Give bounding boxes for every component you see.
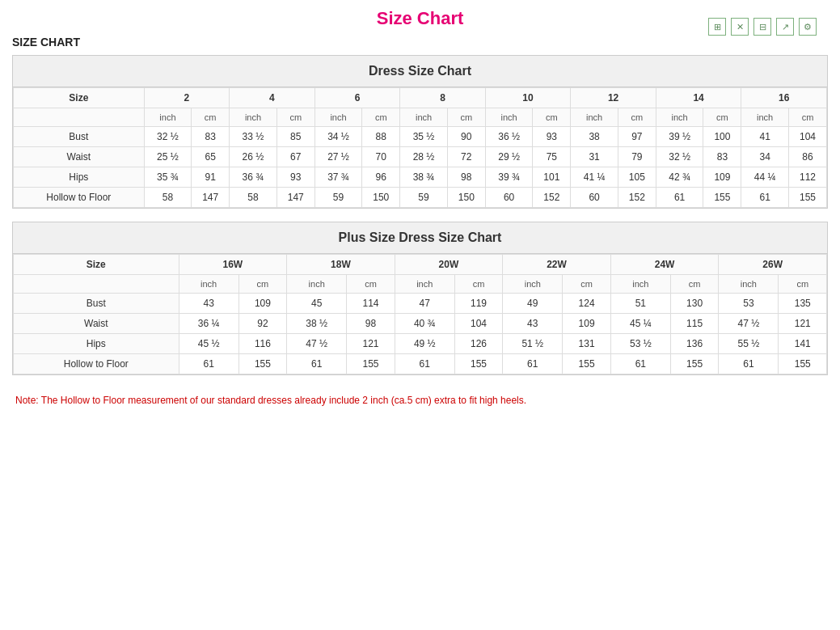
cell-inch: 43 xyxy=(503,314,563,334)
cell-inch: 61 xyxy=(741,188,789,208)
toolbar-icons: ⊞ ✕ ⊟ ↗ ⚙ xyxy=(708,18,817,36)
plus-chart-title: Plus Size Dress Size Chart xyxy=(13,222,827,254)
cell-cm: 90 xyxy=(447,127,485,147)
plus-chart-table: Size 16W 18W 20W 22W 24W 26W inchcm inch… xyxy=(13,254,827,374)
cell-inch: 34 ½ xyxy=(314,127,362,147)
cell-inch: 43 xyxy=(179,294,238,314)
cell-inch: 38 ¾ xyxy=(400,167,448,188)
cell-cm: 126 xyxy=(454,334,502,354)
cell-inch: 60 xyxy=(485,188,533,208)
cell-cm: 93 xyxy=(533,127,571,147)
cell-inch: 39 ½ xyxy=(656,127,703,147)
row-label: Hips xyxy=(14,167,145,188)
cell-inch: 61 xyxy=(287,354,347,374)
cell-cm: 155 xyxy=(454,354,502,374)
cell-cm: 119 xyxy=(454,294,502,314)
row-label: Hips xyxy=(14,334,179,354)
cell-cm: 83 xyxy=(192,127,230,147)
dress-size-12: 12 xyxy=(571,88,656,108)
cell-inch: 51 ½ xyxy=(503,334,563,354)
cell-cm: 152 xyxy=(618,188,656,208)
dress-chart-table: Size 2 4 6 8 10 12 14 16 inchcm inchcm i… xyxy=(13,87,827,208)
cell-cm: 121 xyxy=(779,314,827,334)
table-row: Hollow to Floor5814758147591505915060152… xyxy=(14,188,827,208)
cell-inch: 51 xyxy=(610,294,670,314)
cell-cm: 100 xyxy=(703,127,741,147)
cell-inch: 41 ¼ xyxy=(571,167,618,188)
toolbar-icon-grid[interactable]: ⊞ xyxy=(708,18,726,36)
cell-inch: 49 ½ xyxy=(395,334,454,354)
cell-cm: 97 xyxy=(618,127,656,147)
cell-cm: 150 xyxy=(447,188,485,208)
cell-cm: 141 xyxy=(779,334,827,354)
cell-inch: 47 ½ xyxy=(719,314,779,334)
cell-cm: 155 xyxy=(670,354,718,374)
plus-unit-row: inchcm inchcm inchcm inchcm inchcm inchc… xyxy=(14,275,827,294)
cell-cm: 112 xyxy=(788,167,826,188)
toolbar-icon-settings[interactable]: ⚙ xyxy=(799,18,817,36)
table-row: Waist25 ½6526 ½6727 ½7028 ½7229 ½7531793… xyxy=(14,147,827,167)
cell-cm: 155 xyxy=(779,354,827,374)
cell-cm: 88 xyxy=(362,127,400,147)
cell-inch: 61 xyxy=(503,354,563,374)
cell-inch: 59 xyxy=(314,188,362,208)
cell-inch: 45 xyxy=(287,294,347,314)
cell-inch: 40 ¾ xyxy=(395,314,454,334)
table-row: Waist36 ¼9238 ½9840 ¾1044310945 ¼11547 ½… xyxy=(14,314,827,334)
cell-inch: 38 ½ xyxy=(287,314,347,334)
cell-inch: 47 ½ xyxy=(287,334,347,354)
cell-inch: 42 ¾ xyxy=(656,167,703,188)
cell-cm: 155 xyxy=(563,354,610,374)
note: Note: The Hollow to Floor measurement of… xyxy=(12,388,828,409)
cell-inch: 39 ¾ xyxy=(485,167,533,188)
cell-inch: 35 ¾ xyxy=(144,167,192,188)
cell-inch: 44 ¼ xyxy=(741,167,789,188)
cell-cm: 130 xyxy=(670,294,718,314)
cell-cm: 147 xyxy=(276,188,314,208)
cell-inch: 59 xyxy=(400,188,448,208)
cell-cm: 109 xyxy=(238,294,286,314)
toolbar-icon-minimize[interactable]: ⊟ xyxy=(753,18,771,36)
cell-cm: 147 xyxy=(192,188,230,208)
cell-inch: 49 xyxy=(503,294,563,314)
plus-size-24w: 24W xyxy=(610,255,719,275)
dress-chart-title: Dress Size Chart xyxy=(13,56,827,87)
toolbar-icon-share[interactable]: ↗ xyxy=(776,18,794,36)
cell-cm: 91 xyxy=(192,167,230,188)
toolbar-icon-close[interactable]: ✕ xyxy=(731,18,749,36)
cell-inch: 36 ¾ xyxy=(230,167,277,188)
cell-cm: 101 xyxy=(533,167,571,188)
dress-size-14: 14 xyxy=(656,88,741,108)
cell-inch: 28 ½ xyxy=(400,147,448,167)
table-row: Bust431094511447119491245113053135 xyxy=(14,294,827,314)
cell-cm: 92 xyxy=(238,314,286,334)
cell-cm: 67 xyxy=(276,147,314,167)
cell-inch: 33 ½ xyxy=(230,127,277,147)
page-title: Size Chart xyxy=(12,8,828,29)
row-label: Bust xyxy=(14,127,145,147)
cell-inch: 36 ¼ xyxy=(179,314,238,334)
plus-size-16w: 16W xyxy=(179,255,287,275)
cell-inch: 35 ½ xyxy=(400,127,448,147)
dress-size-8: 8 xyxy=(400,88,486,108)
cell-inch: 45 ¼ xyxy=(610,314,670,334)
cell-inch: 53 ½ xyxy=(610,334,670,354)
cell-cm: 93 xyxy=(276,167,314,188)
dress-unit-row: inchcm inchcm inchcm inchcm inchcm inchc… xyxy=(14,108,827,127)
cell-inch: 61 xyxy=(719,354,779,374)
cell-cm: 131 xyxy=(563,334,610,354)
plus-size-row: Size 16W 18W 20W 22W 24W 26W xyxy=(14,255,827,275)
cell-cm: 155 xyxy=(238,354,286,374)
dress-size-6: 6 xyxy=(314,88,400,108)
cell-inch: 61 xyxy=(656,188,703,208)
cell-inch: 58 xyxy=(230,188,277,208)
cell-inch: 61 xyxy=(395,354,454,374)
cell-cm: 79 xyxy=(618,147,656,167)
cell-cm: 86 xyxy=(788,147,826,167)
row-label: Waist xyxy=(14,147,145,167)
cell-cm: 109 xyxy=(563,314,610,334)
row-label: Bust xyxy=(14,294,179,314)
dress-chart-container: Dress Size Chart Size 2 4 6 8 10 12 14 1… xyxy=(12,55,828,209)
plus-size-20w: 20W xyxy=(395,255,503,275)
cell-cm: 155 xyxy=(788,188,826,208)
